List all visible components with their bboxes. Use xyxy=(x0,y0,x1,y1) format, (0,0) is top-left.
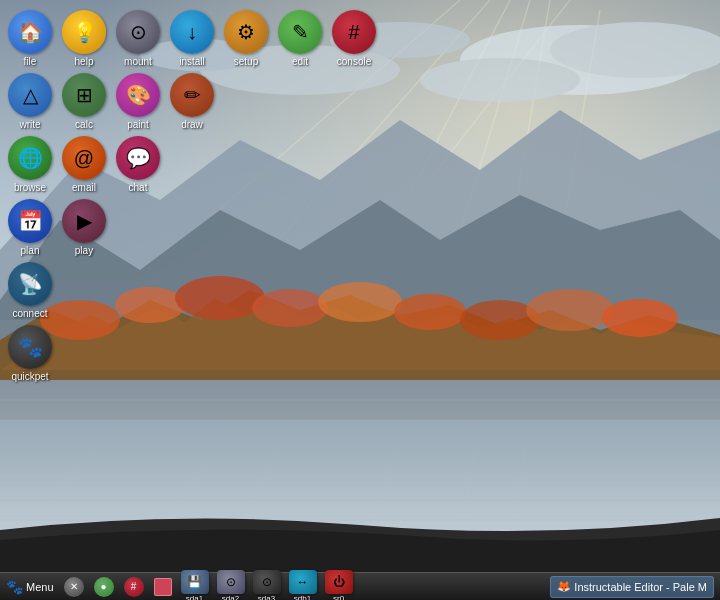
sr0-drive-icon: ⏻ xyxy=(325,570,353,594)
quickpet-icon-label: quickpet xyxy=(11,371,48,382)
desktop-icon-email[interactable]: @email xyxy=(58,134,110,195)
play-icon-circle: ▶ xyxy=(62,199,106,243)
quickpet-icon-circle: 🐾 xyxy=(8,325,52,369)
menu-button[interactable]: 🐾 Menu xyxy=(2,575,58,599)
taskbar: 🐾 Menu ✕ ● # 💾sda1⊙sda2⊙sda3↔sdb1⏻sr0 🦊 … xyxy=(0,572,720,600)
taskbar-app-button[interactable]: 🦊 Instructable Editor - Pale M xyxy=(550,576,714,598)
sda1-drive-label: sda1 xyxy=(186,594,203,600)
install-icon-label: install xyxy=(179,56,205,67)
svg-point-22 xyxy=(526,289,614,331)
plan-icon-circle: 📅 xyxy=(8,199,52,243)
sda2-drive-icon: ⊙ xyxy=(217,570,245,594)
edit-icon-circle: ✎ xyxy=(278,10,322,54)
help-icon-circle: 💡 xyxy=(62,10,106,54)
desktop-icon-play[interactable]: ▶play xyxy=(58,197,110,258)
taskbar-drive-sda1[interactable]: 💾sda1 xyxy=(178,569,212,600)
console-icon-label: console xyxy=(337,56,371,67)
setup-icon-label: setup xyxy=(234,56,258,67)
app-title: Instructable Editor - Pale M xyxy=(574,581,707,593)
icon-row: 🌐browse@email💬chat xyxy=(4,134,380,195)
icon-row: △write⊞calc🎨paint✏draw xyxy=(4,71,380,132)
tray-icon-2[interactable]: ● xyxy=(90,575,118,599)
app-icon: 🦊 xyxy=(557,580,571,593)
desktop-icon-help[interactable]: 💡help xyxy=(58,8,110,69)
menu-label: Menu xyxy=(26,581,54,593)
desktop-icon-draw[interactable]: ✏draw xyxy=(166,71,218,132)
taskbar-drive-sr0[interactable]: ⏻sr0 xyxy=(322,569,356,600)
taskbar-drive-sdb1[interactable]: ↔sdb1 xyxy=(286,569,320,600)
console-icon-circle: # xyxy=(332,10,376,54)
desktop-icon-console[interactable]: #console xyxy=(328,8,380,69)
chat-icon-circle: 💬 xyxy=(116,136,160,180)
email-icon-label: email xyxy=(72,182,96,193)
email-icon-circle: @ xyxy=(62,136,106,180)
plan-icon-label: plan xyxy=(21,245,40,256)
sda3-drive-icon: ⊙ xyxy=(253,570,281,594)
write-icon-label: write xyxy=(19,119,40,130)
desktop-icon-chat[interactable]: 💬chat xyxy=(112,134,164,195)
draw-icon-circle: ✏ xyxy=(170,73,214,117)
play-icon-label: play xyxy=(75,245,93,256)
calc-icon-circle: ⊞ xyxy=(62,73,106,117)
taskbar-right: 🦊 Instructable Editor - Pale M xyxy=(550,576,718,598)
icon-row: 📡connect xyxy=(4,260,380,321)
taskbar-drives: 💾sda1⊙sda2⊙sda3↔sdb1⏻sr0 xyxy=(178,569,356,600)
draw-icon-label: draw xyxy=(181,119,203,130)
connect-icon-label: connect xyxy=(12,308,47,319)
icon-row: 🏠file💡help⊙mount↓install⚙setup✎edit#cons… xyxy=(4,8,380,69)
chat-icon-label: chat xyxy=(129,182,148,193)
desktop-icon-browse[interactable]: 🌐browse xyxy=(4,134,56,195)
mount-icon-circle: ⊙ xyxy=(116,10,160,54)
paint-icon-label: paint xyxy=(127,119,149,130)
sdb1-drive-icon: ↔ xyxy=(289,570,317,594)
browse-icon-label: browse xyxy=(14,182,46,193)
write-icon-circle: △ xyxy=(8,73,52,117)
file-icon-circle: 🏠 xyxy=(8,10,52,54)
desktop-icon-quickpet[interactable]: 🐾quickpet xyxy=(4,323,56,384)
edit-icon-label: edit xyxy=(292,56,308,67)
sda2-drive-label: sda2 xyxy=(222,594,239,600)
svg-point-23 xyxy=(602,299,678,337)
desktop-icon-mount[interactable]: ⊙mount xyxy=(112,8,164,69)
desktop-icon-install[interactable]: ↓install xyxy=(166,8,218,69)
svg-point-20 xyxy=(394,294,466,330)
tray-icon-1[interactable]: ✕ xyxy=(60,575,88,599)
svg-point-11 xyxy=(420,58,580,102)
help-icon-label: help xyxy=(75,56,94,67)
connect-icon-circle: 📡 xyxy=(8,262,52,306)
desktop-icon-file[interactable]: 🏠file xyxy=(4,8,56,69)
taskbar-drive-sda3[interactable]: ⊙sda3 xyxy=(250,569,284,600)
desktop-icon-grid: 🏠file💡help⊙mount↓install⚙setup✎edit#cons… xyxy=(0,0,384,392)
desktop-icon-write[interactable]: △write xyxy=(4,71,56,132)
desktop-icon-paint[interactable]: 🎨paint xyxy=(112,71,164,132)
desktop-icon-setup[interactable]: ⚙setup xyxy=(220,8,272,69)
calc-icon-label: calc xyxy=(75,119,93,130)
file-icon-label: file xyxy=(24,56,37,67)
install-icon-circle: ↓ xyxy=(170,10,214,54)
paint-icon-circle: 🎨 xyxy=(116,73,160,117)
setup-icon-circle: ⚙ xyxy=(224,10,268,54)
tray-icon-3[interactable]: # xyxy=(120,575,148,599)
desktop-icon-connect[interactable]: 📡connect xyxy=(4,260,56,321)
browse-icon-circle: 🌐 xyxy=(8,136,52,180)
desktop-icon-edit[interactable]: ✎edit xyxy=(274,8,326,69)
sda1-drive-icon: 💾 xyxy=(181,570,209,594)
mount-icon-label: mount xyxy=(124,56,152,67)
icon-row: 🐾quickpet xyxy=(4,323,380,384)
taskbar-drive-sda2[interactable]: ⊙sda2 xyxy=(214,569,248,600)
sdb1-drive-label: sdb1 xyxy=(294,594,311,600)
sda3-drive-label: sda3 xyxy=(258,594,275,600)
desktop-icon-calc[interactable]: ⊞calc xyxy=(58,71,110,132)
icon-row: 📅plan▶play xyxy=(4,197,380,258)
tray-color-1[interactable] xyxy=(150,575,176,599)
desktop-icon-plan[interactable]: 📅plan xyxy=(4,197,56,258)
sr0-drive-label: sr0 xyxy=(333,594,344,600)
